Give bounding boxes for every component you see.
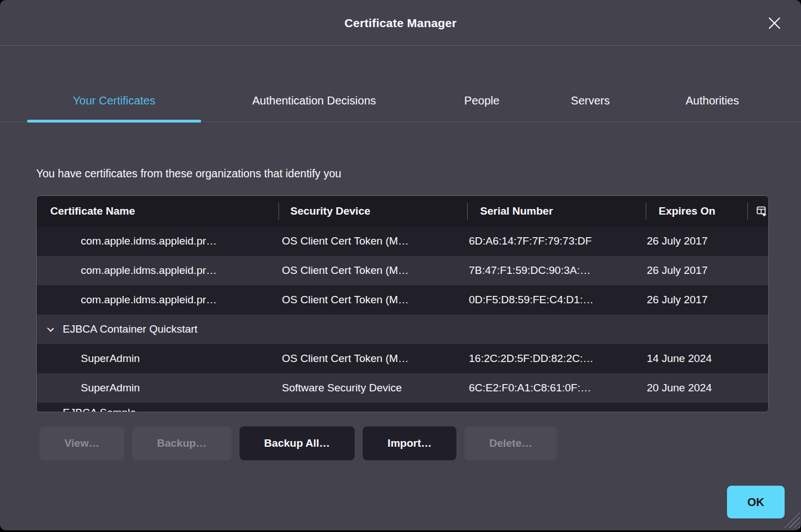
group-name: EJBCA Container Quickstart	[63, 315, 198, 344]
delete-button: Delete…	[464, 426, 557, 460]
view-button: View…	[40, 426, 124, 460]
group-row[interactable]: EJBCA Container Quickstart	[37, 315, 768, 344]
serial-number: 16:2C:2D:5F:DD:82:2C:…	[469, 344, 594, 373]
expires-on: 26 July 2017	[647, 226, 708, 256]
column-header-serial-number[interactable]: Serial Number	[480, 196, 553, 226]
serial-number: 7B:47:F1:59:DC:90:3A:…	[469, 256, 590, 285]
tab-people[interactable]: People	[436, 79, 528, 122]
chevron-down-icon[interactable]	[47, 325, 54, 332]
tab-servers[interactable]: Servers	[544, 79, 637, 122]
certificate-name: com.apple.idms.appleid.pr…	[81, 226, 217, 256]
security-device: Software Security Device	[282, 373, 402, 403]
close-icon	[767, 16, 782, 30]
dialog-title: Certificate Manager	[0, 0, 801, 46]
column-header-certificate-name[interactable]: Certificate Name	[50, 196, 135, 226]
backup-button: Backup…	[132, 426, 232, 460]
certificate-name: SuperAdmin	[81, 373, 140, 403]
table-body: com.apple.idms.appleid.pr…OS Client Cert…	[37, 226, 768, 412]
column-header-security-device[interactable]: Security Device	[290, 196, 371, 226]
security-device: OS Client Cert Token (M…	[282, 226, 409, 256]
expires-on: 14 June 2024	[647, 344, 712, 373]
certificates-table: Certificate Name Security Device Serial …	[36, 195, 769, 412]
expires-on: 26 July 2017	[647, 285, 708, 315]
column-separator	[747, 203, 748, 220]
table-row[interactable]: com.apple.idms.appleid.pr…OS Client Cert…	[37, 256, 768, 285]
security-device: OS Client Cert Token (M…	[282, 285, 409, 315]
backup-all-button[interactable]: Backup All…	[240, 426, 355, 460]
action-buttons: View…Backup…Backup All…Import…Delete…	[40, 426, 557, 460]
certificates-caption: You have certificates from these organiz…	[36, 167, 341, 180]
tab-strip: Your Certificates Authentication Decisio…	[0, 79, 801, 122]
column-separator	[467, 203, 468, 220]
tab-your-certificates[interactable]: Your Certificates	[27, 79, 201, 122]
table-row[interactable]: SuperAdminOS Client Cert Token (M…16:2C:…	[37, 344, 768, 373]
columns-picker-icon	[756, 206, 767, 217]
certificate-name: com.apple.idms.appleid.pr…	[81, 285, 217, 315]
serial-number: 6D:A6:14:7F:7F:79:73:DF	[469, 226, 592, 256]
column-separator	[278, 203, 279, 220]
group-name: EJBCA Sample	[63, 403, 136, 412]
serial-number: 0D:F5:D8:59:FE:C4:D1:…	[469, 285, 594, 315]
table-header: Certificate Name Security Device Serial …	[37, 196, 768, 226]
certificate-manager-dialog: Certificate Manager Your Certificates Au…	[0, 0, 801, 530]
ok-button[interactable]: OK	[727, 486, 785, 518]
table-row[interactable]: com.apple.idms.appleid.pr…OS Client Cert…	[37, 226, 768, 256]
table-row[interactable]: com.apple.idms.appleid.pr…OS Client Cert…	[37, 285, 768, 315]
expires-on: 20 June 2024	[647, 373, 712, 403]
certificate-name: com.apple.idms.appleid.pr…	[81, 256, 217, 285]
tab-authentication-decisions[interactable]: Authentication Decisions	[212, 79, 416, 122]
close-button[interactable]	[763, 11, 786, 35]
column-picker-button[interactable]	[754, 203, 769, 219]
security-device: OS Client Cert Token (M…	[282, 344, 409, 373]
security-device: OS Client Cert Token (M…	[282, 256, 409, 285]
table-row[interactable]: SuperAdminSoftware Security Device6C:E2:…	[37, 373, 768, 403]
tab-authorities[interactable]: Authorities	[666, 79, 759, 122]
import-button[interactable]: Import…	[363, 426, 456, 460]
certificate-name: SuperAdmin	[81, 344, 140, 373]
group-row[interactable]: EJBCA Sample	[37, 403, 768, 412]
serial-number: 6C:E2:F0:A1:C8:61:0F:…	[469, 373, 591, 403]
titlebar: Certificate Manager	[0, 0, 801, 46]
column-header-expires-on[interactable]: Expires On	[659, 196, 715, 226]
resize-grip-icon[interactable]	[783, 511, 800, 528]
expires-on: 26 July 2017	[647, 256, 708, 285]
column-separator	[646, 203, 646, 220]
